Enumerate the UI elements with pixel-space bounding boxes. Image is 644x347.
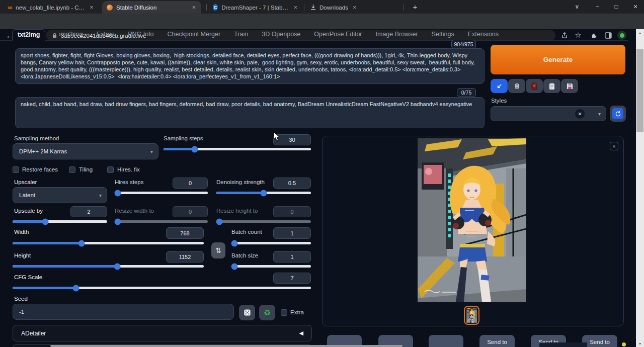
gallery-close-button[interactable]: × bbox=[610, 142, 618, 150]
extra-seed-checkbox[interactable] bbox=[281, 309, 287, 316]
page-scrollbar[interactable]: ▴ ▾ bbox=[636, 29, 644, 347]
cfg-scale-slider[interactable] bbox=[13, 287, 311, 289]
batch-count-label: Batch count bbox=[231, 229, 262, 235]
sampling-method-dropdown[interactable]: DPM++ 2M Karras ▾ bbox=[13, 143, 158, 159]
sampling-steps-slider[interactable] bbox=[164, 148, 311, 150]
hires-steps-label: Hires steps bbox=[115, 179, 144, 185]
reuse-seed-button[interactable]: ♻ bbox=[259, 305, 275, 320]
gallery-action-button-3[interactable] bbox=[429, 335, 463, 347]
seed-input[interactable]: -1 bbox=[13, 304, 234, 320]
hires-steps-slider[interactable] bbox=[115, 192, 208, 194]
upscale-by-slider[interactable] bbox=[13, 220, 107, 223]
browser-tab-dreamshaper[interactable]: C DreamShaper - 7 | Stable Diffusio × bbox=[208, 1, 303, 14]
chevron-down-icon: ▾ bbox=[150, 149, 153, 154]
save-style-button[interactable] bbox=[561, 79, 578, 93]
generate-button[interactable]: Generate bbox=[491, 45, 625, 74]
browser-tab-colab[interactable]: ∞ new_colab_file.ipynb - Colaborat × bbox=[3, 1, 101, 14]
hires-fix-label: Hires. fix bbox=[117, 166, 140, 172]
new-tab-button[interactable]: + bbox=[408, 0, 423, 13]
batch-count-value[interactable]: 1 bbox=[273, 227, 311, 239]
slider-knob[interactable] bbox=[42, 218, 49, 225]
denoising-strength-value[interactable]: 0.5 bbox=[273, 178, 311, 189]
minimize-button[interactable]: − bbox=[590, 0, 605, 13]
styles-clear-icon[interactable]: ✕ bbox=[575, 109, 585, 119]
height-value[interactable]: 1152 bbox=[166, 251, 204, 263]
resize-width-value: 0 bbox=[173, 206, 208, 217]
cfg-scale-value[interactable]: 7 bbox=[273, 273, 311, 284]
generated-image[interactable] bbox=[418, 138, 526, 302]
apply-style-button[interactable] bbox=[543, 79, 560, 93]
height-slider[interactable] bbox=[13, 265, 204, 268]
slider-knob[interactable] bbox=[114, 263, 121, 270]
browser-tab-downloads[interactable]: Downloads × bbox=[306, 1, 403, 14]
width-slider[interactable] bbox=[13, 242, 204, 244]
sampling-method-value: DPM++ 2M Karras bbox=[19, 148, 67, 154]
screen: ∞ new_colab_file.ipynb - Colaborat × Sta… bbox=[0, 0, 644, 347]
hires-steps-value[interactable]: 0 bbox=[173, 178, 208, 189]
extra-seed-label: Extra bbox=[290, 309, 304, 315]
maximize-button[interactable]: □ bbox=[609, 0, 624, 13]
scrollbar-thumb[interactable] bbox=[636, 49, 643, 132]
browser-tab-title: Stable Diffusion bbox=[116, 5, 156, 11]
refresh-styles-button[interactable] bbox=[610, 106, 626, 122]
upscaler-dropdown[interactable]: Latent ▾ bbox=[13, 187, 107, 203]
gallery-thumbnail[interactable] bbox=[464, 306, 479, 325]
slider-knob[interactable] bbox=[78, 240, 85, 246]
slider-knob[interactable] bbox=[73, 285, 79, 291]
send-to-img2img-button[interactable]: Send to bbox=[479, 335, 515, 347]
resize-height-label: Resize height to bbox=[216, 208, 258, 214]
paste-generation-params-button[interactable] bbox=[491, 79, 508, 93]
denoising-strength-slider[interactable] bbox=[216, 192, 311, 194]
tab-png-info[interactable]: PNG Info bbox=[128, 31, 153, 40]
tab-settings[interactable]: Settings bbox=[432, 31, 454, 40]
tab-extras[interactable]: Extras bbox=[97, 31, 114, 40]
scroll-down-icon[interactable]: ▾ bbox=[636, 340, 644, 347]
tab-image-browser[interactable]: Image Browser bbox=[376, 31, 418, 40]
floppy-save-icon bbox=[567, 83, 573, 90]
prompt-input[interactable]: sport shoes, fighter, fight, fight Glove… bbox=[15, 48, 485, 84]
browser-tab-stable-diffusion[interactable]: Stable Diffusion × bbox=[102, 1, 201, 14]
extra-networks-button[interactable] bbox=[526, 79, 543, 93]
slider-knob[interactable] bbox=[231, 240, 238, 246]
adetailer-accordion[interactable]: ADetailer ◀ bbox=[13, 325, 312, 341]
denoising-strength-label: Denoising strength bbox=[216, 179, 265, 185]
slider-knob[interactable] bbox=[115, 190, 121, 196]
tab-close-icon[interactable]: × bbox=[292, 4, 298, 11]
tab-3d-openpose[interactable]: 3D Openpose bbox=[262, 31, 300, 40]
chevron-down-icon[interactable]: ▾ bbox=[598, 111, 601, 117]
slider-knob[interactable] bbox=[231, 263, 238, 270]
tab-checkpoint-merger[interactable]: Checkpoint Merger bbox=[168, 31, 221, 40]
clear-prompt-button[interactable] bbox=[508, 79, 525, 93]
hires-fix-checkbox[interactable] bbox=[107, 166, 114, 173]
styles-dropdown[interactable]: ✕ ▾ bbox=[491, 106, 606, 121]
batch-size-value[interactable]: 1 bbox=[273, 251, 311, 263]
negative-prompt-input[interactable]: naked, child, bad hand, bad draw, bad dr… bbox=[15, 97, 485, 128]
swap-dimensions-button[interactable]: ⇅ bbox=[211, 242, 225, 258]
upscale-by-label: Upscale by bbox=[14, 208, 43, 214]
tab-openpose-editor[interactable]: OpenPose Editor bbox=[314, 31, 362, 40]
seed-label: Seed bbox=[14, 296, 28, 302]
tab-close-icon[interactable]: × bbox=[89, 4, 95, 11]
tab-txt2img[interactable]: txt2img bbox=[12, 29, 45, 41]
random-seed-button[interactable] bbox=[239, 305, 255, 320]
tab-close-icon[interactable]: × bbox=[191, 4, 197, 11]
send-to-extras-button[interactable]: Send to bbox=[582, 335, 617, 347]
tiling-checkbox[interactable] bbox=[69, 166, 75, 173]
batch-count-slider[interactable] bbox=[231, 242, 311, 244]
upscale-by-value[interactable]: 2 bbox=[70, 206, 107, 217]
window-close-button[interactable]: × bbox=[628, 0, 643, 13]
scroll-up-icon[interactable]: ▴ bbox=[636, 29, 644, 36]
tab-img2img[interactable]: img2img bbox=[59, 31, 83, 40]
tab-extensions[interactable]: Extensions bbox=[468, 31, 499, 40]
tab-search-icon[interactable]: ∨ bbox=[570, 0, 585, 13]
resize-height-value: 0 bbox=[273, 206, 311, 217]
tab-train[interactable]: Train bbox=[234, 31, 248, 40]
tab-close-icon[interactable]: × bbox=[352, 4, 358, 11]
batch-size-slider[interactable] bbox=[231, 265, 311, 268]
chevron-down-icon: ▾ bbox=[99, 193, 102, 198]
restore-faces-checkbox[interactable] bbox=[13, 166, 19, 173]
slider-knob[interactable] bbox=[261, 190, 267, 196]
slider-knob[interactable] bbox=[192, 146, 198, 152]
width-value[interactable]: 768 bbox=[166, 227, 204, 239]
resize-width-slider bbox=[115, 220, 208, 223]
